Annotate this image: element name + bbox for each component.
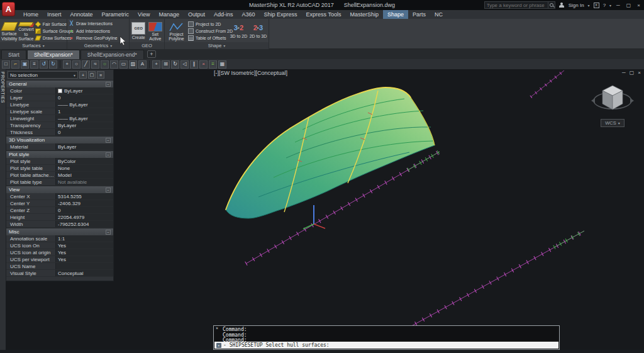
property-value[interactable]: Conceptual xyxy=(55,270,113,276)
file-tab[interactable]: Start xyxy=(1,50,26,59)
close-icon[interactable]: × xyxy=(216,326,218,330)
construction-line-corner[interactable] xyxy=(531,70,564,97)
app-menu-button[interactable]: A xyxy=(2,2,15,16)
file-tab[interactable]: ShellExpansion-end* xyxy=(80,50,144,59)
geo-set-active-button[interactable]: Set Active xyxy=(148,20,164,42)
property-value[interactable]: ByLayer xyxy=(55,87,113,94)
hull-surface[interactable] xyxy=(226,87,435,218)
property-value[interactable]: None xyxy=(55,165,113,171)
toolbar-icon-qnew[interactable]: □ xyxy=(2,60,10,69)
sign-in-button[interactable]: Sign In xyxy=(569,3,584,8)
collapse-icon[interactable]: − xyxy=(106,230,111,235)
property-value[interactable]: ByColor xyxy=(55,158,113,164)
toolbar-icon-open[interactable]: ⌐ xyxy=(11,60,19,69)
toolbar-icon-redo[interactable]: ↻ xyxy=(49,60,57,69)
property-value[interactable] xyxy=(55,263,113,269)
panel-footer-shape[interactable]: Shape ▾ xyxy=(165,42,269,49)
toolbar-icon-line[interactable]: ╱ xyxy=(82,60,90,69)
property-value[interactable]: —— ByLayer xyxy=(55,115,113,121)
property-value[interactable]: Yes xyxy=(55,256,113,262)
chevron-down-icon[interactable]: ▾ xyxy=(609,3,611,8)
doc-minimize-button[interactable]: ─ xyxy=(622,70,626,76)
collapse-icon[interactable]: − xyxy=(106,152,111,157)
table-of-offsets-button[interactable]: Table of Offsets xyxy=(188,35,228,42)
construct-from-2d-button[interactable]: Construct From 2D xyxy=(188,28,228,34)
tab-parts[interactable]: Parts xyxy=(408,10,430,19)
project-to-2d-button[interactable]: Project to 2D xyxy=(188,21,228,27)
tab-view[interactable]: View xyxy=(133,10,154,19)
toolbar-icon-text[interactable]: A xyxy=(138,60,147,69)
toolbar-icon-hatch[interactable]: ▨ xyxy=(129,60,137,69)
ucs-selector-button[interactable]: WCS ▾ xyxy=(601,119,625,127)
collapse-icon[interactable]: − xyxy=(106,138,111,143)
property-value[interactable]: Not available xyxy=(55,179,113,185)
property-value[interactable]: 0 xyxy=(55,207,113,213)
tab-annotate[interactable]: Annotate xyxy=(66,10,97,19)
quick-select-button[interactable]: ≡ xyxy=(97,71,104,79)
collapse-icon[interactable]: − xyxy=(106,188,111,193)
palette-anchor-bar[interactable]: PROPERTIES xyxy=(0,69,6,350)
file-tab[interactable]: ShellExpansion* xyxy=(27,50,80,59)
property-value[interactable]: 5314.5255 xyxy=(55,193,113,199)
tab-mastership[interactable]: MasterShip xyxy=(345,10,383,19)
viewcube[interactable]: WCS ▾ xyxy=(590,82,635,140)
add-intersections-button[interactable]: + Add Intersections xyxy=(69,28,128,35)
property-value[interactable]: 22054.4979 xyxy=(55,214,113,220)
property-value[interactable]: 1:1 xyxy=(55,235,113,242)
toolbar-icon-plot[interactable]: ≡ xyxy=(30,60,38,69)
doc-restore-button[interactable]: ▢ xyxy=(630,70,635,76)
property-value[interactable]: 0 xyxy=(55,94,113,101)
property-value[interactable]: ByLayer xyxy=(55,143,113,150)
collapse-icon[interactable]: − xyxy=(106,82,111,87)
construction-line-lower[interactable] xyxy=(408,231,584,328)
toolbar-icon-mirror[interactable]: ◁ xyxy=(180,60,189,69)
tab-manage[interactable]: Manage xyxy=(154,10,184,19)
toolbar-icon-properties[interactable]: ▦ xyxy=(218,60,226,69)
property-value[interactable]: ByLayer xyxy=(55,122,113,128)
toggle-pickadd-button[interactable]: + xyxy=(79,71,87,79)
convert-to-surface-button[interactable]: Convert to Surface xyxy=(18,20,34,42)
toolbar-icon-rotate[interactable]: ↻ xyxy=(171,60,179,69)
minimize-button[interactable]: ─ xyxy=(615,3,621,8)
remove-geopolyline-button[interactable]: × Remove GeoPolyline xyxy=(69,35,128,42)
tab-shape[interactable]: Shape xyxy=(383,10,408,19)
select-objects-button[interactable]: ▢ xyxy=(88,71,96,79)
toolbar-icon-zoom[interactable]: ○ xyxy=(72,60,80,69)
chevron-down-icon[interactable]: ▾ xyxy=(588,3,590,8)
tab-parametric[interactable]: Parametric xyxy=(97,10,134,19)
viewcube-icon[interactable] xyxy=(590,82,635,117)
property-value[interactable]: Yes xyxy=(55,249,113,255)
property-value[interactable]: -796252.6304 xyxy=(55,221,113,227)
keyword-search-input[interactable] xyxy=(485,2,548,8)
toolbar-icon-arc[interactable]: ◠ xyxy=(110,60,118,69)
tab-output[interactable]: Output xyxy=(184,10,209,19)
toolbar-icon-layers[interactable]: ≡ xyxy=(209,60,217,69)
panel-footer-surfaces[interactable]: Surfaces ▾ xyxy=(0,42,67,49)
properties-section-header[interactable]: 3D Visualization− xyxy=(6,136,113,143)
viewport-controls-label[interactable]: [-][SW Isometric][Conceptual] xyxy=(214,70,287,76)
tab-home[interactable]: Home xyxy=(19,10,43,19)
project-polyline-button[interactable]: Project Polyline xyxy=(166,20,187,42)
doc-close-button[interactable]: × xyxy=(638,70,641,76)
tab-ship-express[interactable]: Ship Express xyxy=(260,10,302,19)
property-value[interactable]: —— ByLayer xyxy=(55,101,113,108)
property-value[interactable]: Model xyxy=(55,172,113,178)
properties-section-header[interactable]: View− xyxy=(6,186,113,193)
toolbar-icon-rectangle[interactable]: ▭ xyxy=(119,60,128,69)
maximize-button[interactable]: ▢ xyxy=(625,3,633,8)
tab-add-ins[interactable]: Add-ins xyxy=(209,10,238,19)
3d-to-2d-button[interactable]: 3▸2 3D to 2D xyxy=(230,20,248,42)
property-value[interactable]: 1 xyxy=(55,108,113,115)
property-value[interactable]: Yes xyxy=(55,242,113,249)
toolbar-icon-offset[interactable]: ∥ xyxy=(190,60,198,69)
properties-section-header[interactable]: General− xyxy=(6,80,113,87)
surface-visibility-button[interactable]: Surface Visibility xyxy=(1,20,17,42)
drawing-canvas[interactable] xyxy=(114,69,644,350)
draw-intersections-button[interactable]: ╳ Draw Intersections xyxy=(69,20,128,27)
toolbar-icon-erase[interactable]: × xyxy=(199,60,208,69)
toolbar-icon-pan[interactable]: + xyxy=(63,60,71,69)
toolbar-icon-save[interactable]: ▣ xyxy=(21,60,29,69)
help-icon[interactable]: ? xyxy=(603,3,606,8)
exchange-apps-icon[interactable]: X xyxy=(594,3,599,8)
toolbar-icon-polyline[interactable]: ≈ xyxy=(91,60,99,69)
